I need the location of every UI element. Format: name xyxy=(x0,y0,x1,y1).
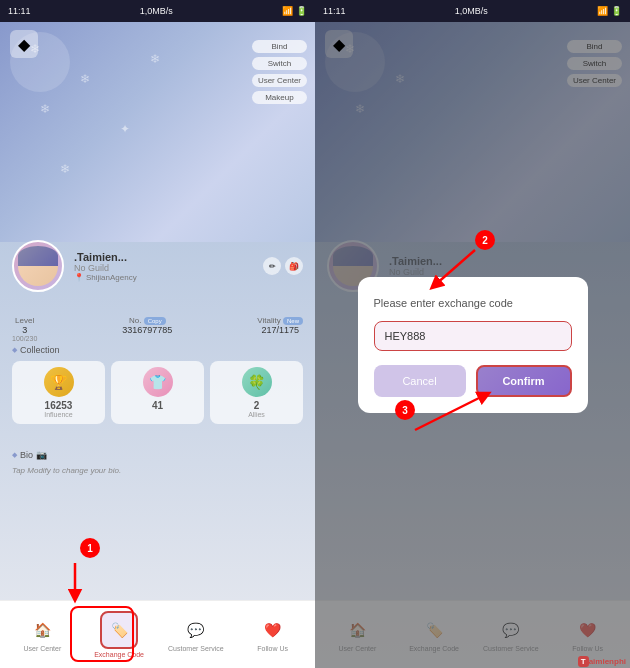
arrow-2 xyxy=(415,240,495,300)
collection-cards: 🏆 16253 Influence 👕 41 🍀 2 Allies xyxy=(12,361,303,424)
collection-card-clothes: 👕 41 xyxy=(111,361,204,424)
nav-label-customer-service: Customer Service xyxy=(168,645,224,652)
profile-row: .Taimien... No Guild 📍 ShijianAgency ✏ 🎒 xyxy=(12,240,303,292)
svg-line-3 xyxy=(435,250,475,285)
status-time-right: 11:11 xyxy=(323,6,346,16)
stat-no: No. Copy 3316797785 xyxy=(122,316,172,342)
watermark: Taimienphi xyxy=(578,657,626,666)
collection-card-allies: 🍀 2 Allies xyxy=(210,361,303,424)
bio-text: Tap Modify to change your bio. xyxy=(12,466,303,475)
collection-section: Collection 🏆 16253 Influence 👕 41 🍀 2 Al… xyxy=(12,345,303,424)
follow-us-icon: ❤️ xyxy=(260,617,286,643)
collection-card-influence: 🏆 16253 Influence xyxy=(12,361,105,424)
stat-vitality: Vitality New 217/1175 xyxy=(257,316,303,342)
home-icon: 🏠 xyxy=(29,617,55,643)
status-icons: 📶 🔋 xyxy=(282,6,307,16)
inventory-icon[interactable]: 🎒 xyxy=(285,257,303,275)
status-time: 11:11 xyxy=(8,6,31,16)
makeup-button[interactable]: Makeup xyxy=(252,91,307,104)
status-network-right: 1,0MB/s xyxy=(455,6,488,16)
profile-icons: ✏ 🎒 xyxy=(263,257,303,275)
arrow-1 xyxy=(50,558,100,608)
snowflake-2: ❄ xyxy=(80,72,90,86)
bio-title: Bio 📷 xyxy=(12,450,303,460)
dialog-overlay[interactable]: Please enter exchange code Cancel Confir… xyxy=(315,22,630,668)
nav-label-user-center: User Center xyxy=(24,645,62,652)
status-bar-right: 11:11 1,0MB/s 📶 🔋 xyxy=(315,0,630,22)
left-panel: 11:11 1,0MB/s 📶 🔋 ❄ ❄ ❄ ❄ ✦ ❄ ◆ Bind Swi… xyxy=(0,0,315,668)
clothes-icon: 👕 xyxy=(143,367,173,397)
bind-button[interactable]: Bind xyxy=(252,40,307,53)
stat-level: Level 3 100/230 xyxy=(12,316,37,342)
profile-section: .Taimien... No Guild 📍 ShijianAgency ✏ 🎒 xyxy=(0,240,315,298)
exchange-code-input[interactable] xyxy=(374,321,572,351)
nav-item-follow-us[interactable]: ❤️ Follow Us xyxy=(234,613,311,656)
watermark-prefix: T xyxy=(578,656,589,667)
svg-line-5 xyxy=(415,395,485,430)
top-right-buttons: Bind Switch User Center Makeup xyxy=(252,40,307,104)
customer-service-icon: 💬 xyxy=(183,617,209,643)
status-network: 1,0MB/s xyxy=(140,6,173,16)
nav-label-follow-us: Follow Us xyxy=(257,645,288,652)
profile-info: .Taimien... No Guild 📍 ShijianAgency xyxy=(74,251,253,282)
profile-guild: No Guild xyxy=(74,263,253,273)
nav-item-customer-service[interactable]: 💬 Customer Service xyxy=(158,613,235,656)
snowflake-4: ❄ xyxy=(40,102,50,116)
switch-button[interactable]: Switch xyxy=(252,57,307,70)
annotation-1: 1 xyxy=(80,538,100,558)
bottom-nav: 🏠 User Center 🏷️ Exchange Code 💬 Custome… xyxy=(0,600,315,668)
profile-name: .Taimien... xyxy=(74,251,253,263)
edit-icon[interactable]: ✏ xyxy=(263,257,281,275)
user-center-button[interactable]: User Center xyxy=(252,74,307,87)
allies-icon: 🍀 xyxy=(242,367,272,397)
diamond-icon[interactable]: ◆ xyxy=(10,30,38,58)
arrow-3 xyxy=(395,380,515,440)
influence-icon: 🏆 xyxy=(44,367,74,397)
watermark-suffix: aimienphi xyxy=(589,657,626,666)
highlight-exchange-code xyxy=(70,606,134,662)
avatar xyxy=(12,240,64,292)
status-icons-right: 📶 🔋 xyxy=(597,6,622,16)
right-panel: 11:11 1,0MB/s 📶 🔋 ❄ ❄ ❄ ◆ Bind Switch Us… xyxy=(315,0,630,668)
avatar-face xyxy=(18,246,58,286)
bio-section: Bio 📷 Tap Modify to change your bio. xyxy=(12,450,303,475)
snowflake-6: ❄ xyxy=(60,162,70,176)
stats-row: Level 3 100/230 No. Copy 3316797785 Vita… xyxy=(0,310,315,348)
profile-agency: 📍 ShijianAgency xyxy=(74,273,253,282)
status-bar: 11:11 1,0MB/s 📶 🔋 xyxy=(0,0,315,22)
snowflake-5: ✦ xyxy=(120,122,130,136)
snowflake-3: ❄ xyxy=(150,52,160,66)
collection-title: Collection xyxy=(12,345,303,355)
avatar-hair xyxy=(18,246,58,266)
